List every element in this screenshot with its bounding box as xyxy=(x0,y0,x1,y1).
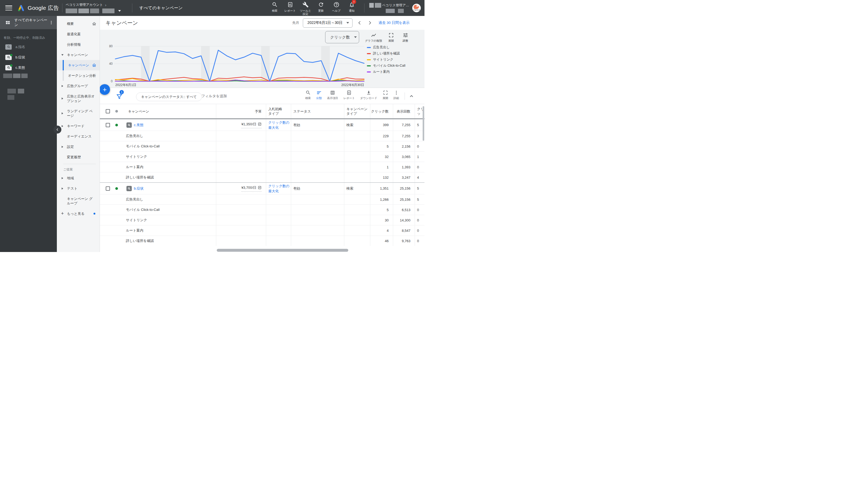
budget-value[interactable]: ¥1,350/日 xyxy=(242,122,262,128)
date-prev-button[interactable] xyxy=(357,20,362,26)
kebab-menu-icon[interactable] xyxy=(49,20,54,25)
sidebar-campaign-item[interactable]: b.症状 xyxy=(0,52,57,62)
horizontal-scrollbar[interactable] xyxy=(217,249,348,252)
date-range-select[interactable]: 2022年6月1日～30日 xyxy=(303,18,352,28)
budget-report-icon xyxy=(258,122,262,126)
chart-control-show-chart[interactable]: グラフの種類 xyxy=(365,32,382,43)
caret-right-icon[interactable] xyxy=(60,177,64,179)
drawer-item-3[interactable]: キャンペーン xyxy=(57,50,100,60)
status-cell xyxy=(291,131,344,141)
avatar[interactable]: ペコリス xyxy=(412,4,421,12)
clicks-cell: 1,351 xyxy=(370,183,393,194)
asset-row: 詳しい場所を確認1323,2474 xyxy=(100,172,425,182)
add-filter-button[interactable]: フィルタを追加 xyxy=(201,88,227,104)
account-info[interactable]: ペコリス管理ア… xyxy=(369,3,409,13)
sidebar-header-all-campaigns[interactable]: すべてのキャンペーン xyxy=(0,16,57,29)
column-header-1[interactable]: 予算 xyxy=(216,104,266,119)
row-checkbox[interactable] xyxy=(106,186,110,191)
avatar-logo xyxy=(413,5,419,9)
column-header-6[interactable]: 表示回数 xyxy=(393,104,415,119)
name-cell: b.症状 xyxy=(100,183,216,194)
show-last-30-days-link[interactable]: 過去 30 日間を表示 xyxy=(378,20,410,25)
drawer-item-0[interactable]: 概要 xyxy=(57,19,100,29)
drawer-item-10[interactable]: オーディエンス xyxy=(57,131,100,142)
column-header-label: キャンペーン xyxy=(128,109,149,114)
budget-value[interactable]: ¥3,700/日 xyxy=(242,185,262,192)
clicks-cell: 46 xyxy=(370,236,393,246)
topbar-button-search[interactable]: 検索 xyxy=(267,1,282,15)
date-next-button[interactable] xyxy=(367,20,373,26)
topbar-button-bell[interactable]: !通知 xyxy=(344,1,359,15)
drawer-item-1[interactable]: 最適化案 xyxy=(57,29,100,39)
drawer-item-7[interactable]: 広告と広告表示オプション xyxy=(57,91,100,106)
column-header-2[interactable]: 入札戦略タイプ xyxy=(266,104,291,119)
caret-right-icon[interactable] xyxy=(60,112,64,114)
budget-cell: ¥3,700/日 xyxy=(216,183,266,194)
chart-metric-select[interactable]: クリック数 xyxy=(325,31,359,43)
vertical-scrollbar[interactable] xyxy=(423,106,424,141)
drawer-item-label: 広告グループ xyxy=(67,84,95,88)
drawer-item-8[interactable]: ランディング ページ xyxy=(57,106,100,121)
table-tool-more[interactable]: 詳細 xyxy=(393,90,399,100)
drawer-item-17[interactable]: キャンペーン グループ xyxy=(57,194,100,209)
topbar-button-report[interactable]: レポート xyxy=(282,1,298,15)
chart-control-expand[interactable]: 展開 xyxy=(386,32,396,43)
drawer-item-4[interactable]: キャンペーン xyxy=(57,60,100,70)
legend-item[interactable]: ルート案内 xyxy=(367,70,412,74)
bid-strategy-link[interactable]: クリック数の最大化 xyxy=(268,120,290,130)
legend-item[interactable]: サイトリンク xyxy=(367,57,412,62)
drawer-item-12[interactable]: 変更履歴 xyxy=(57,152,100,162)
table-tool-download[interactable]: ダウンロード xyxy=(360,90,377,100)
caret-right-icon[interactable] xyxy=(60,125,64,127)
legend-item[interactable]: 詳しい場所を確認 xyxy=(367,51,412,56)
account-breadcrumb[interactable]: ペコリス管理アカウント › xyxy=(66,3,129,13)
table-tool-search[interactable]: 検索 xyxy=(305,90,311,100)
column-header-0[interactable]: キャンペーン xyxy=(100,104,216,119)
column-header-5[interactable]: クリック数 xyxy=(370,104,393,119)
caret-down-icon[interactable] xyxy=(60,54,64,56)
legend-item[interactable]: 広告見出し xyxy=(367,45,412,50)
table-tool-expand[interactable]: 展開 xyxy=(383,90,388,100)
topbar-button-refresh[interactable]: 更新 xyxy=(313,1,329,15)
collapse-panel-button[interactable] xyxy=(409,93,414,99)
table-tool-columns[interactable]: 表示項目 xyxy=(327,90,338,100)
campaign-type-cell xyxy=(344,215,370,225)
caret-right-icon[interactable] xyxy=(60,85,64,87)
campaign-name-link[interactable]: b.症状 xyxy=(134,186,144,191)
sidebar-campaign-item[interactable]: c.業態 xyxy=(0,62,57,73)
drawer-item-2[interactable]: 分析情報 xyxy=(57,39,100,50)
drawer-item-16[interactable]: テスト xyxy=(57,183,100,194)
topbar-button-help[interactable]: ヘルプ xyxy=(329,1,344,15)
campaign-name-link[interactable]: c.業態 xyxy=(134,123,143,127)
impressions-cell: 14,300 xyxy=(393,215,415,225)
google-ads-logo[interactable]: Google 広告 xyxy=(17,4,59,12)
filter-chip-campaign-status[interactable]: キャンペーンのステータス:: すべて xyxy=(136,92,202,101)
drawer-item-5[interactable]: オークション分析 xyxy=(57,70,100,81)
drawer-item-18[interactable]: +もっと見る xyxy=(57,209,100,219)
topbar-button-tools[interactable]: ツールと設定 xyxy=(298,1,313,15)
status-cell xyxy=(291,141,344,151)
caret-right-icon[interactable] xyxy=(60,146,64,148)
caret-right-icon[interactable] xyxy=(60,187,64,190)
drawer-item-9[interactable]: キーワード xyxy=(57,121,100,131)
drawer-item-11[interactable]: 設定 xyxy=(57,142,100,152)
drawer-collapse-button[interactable] xyxy=(53,126,61,133)
bid-strategy-link[interactable]: クリック数の最大化 xyxy=(268,183,290,194)
column-header-3[interactable]: ステータス xyxy=(291,104,344,119)
line-chart[interactable]: 040802022年6月1日2022年6月30日 xyxy=(105,42,368,87)
row-checkbox[interactable] xyxy=(106,123,110,127)
caret-right-icon[interactable] xyxy=(60,97,64,100)
chart-control-tune[interactable]: 調整 xyxy=(400,32,411,43)
drawer-item-6[interactable]: 広告グループ xyxy=(57,81,100,91)
bid-strategy-cell xyxy=(266,194,291,204)
legend-item[interactable]: モバイル Click-to-Call xyxy=(367,64,412,68)
drawer-item-15[interactable]: 地域 xyxy=(57,173,100,183)
column-header-4[interactable]: キャンペーンタイプ xyxy=(344,104,370,119)
menu-icon[interactable] xyxy=(5,5,12,10)
impressions-cell: 8,547 xyxy=(393,226,415,236)
add-campaign-fab[interactable]: + xyxy=(99,84,110,95)
select-all-checkbox[interactable] xyxy=(106,109,110,113)
table-tool-sort[interactable]: 分類 xyxy=(316,90,322,100)
sidebar-campaign-item[interactable]: a.指名 xyxy=(0,42,57,52)
table-tool-report[interactable]: レポート xyxy=(343,90,355,100)
